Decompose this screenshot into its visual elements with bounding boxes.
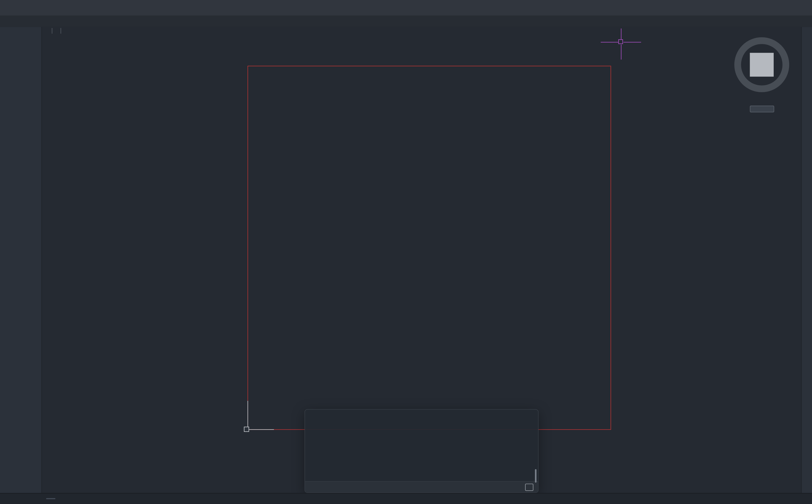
command-options-icon[interactable] <box>525 483 533 491</box>
new-drawing-tab-button[interactable] <box>13 16 24 27</box>
crosshair-line <box>623 42 641 42</box>
top-toolbar <box>0 0 812 16</box>
command-history-scrollbar[interactable] <box>535 469 536 483</box>
command-line-palette[interactable] <box>304 409 539 493</box>
crosshair-pickbox <box>618 39 623 44</box>
ucs-origin-box <box>244 427 249 432</box>
viewcube-top-face[interactable] <box>750 53 774 77</box>
viewport-separator <box>61 28 61 34</box>
status-bar <box>0 493 812 504</box>
crosshair-line <box>621 28 621 39</box>
start-menu-icon[interactable] <box>0 16 13 27</box>
drawing-canvas[interactable] <box>42 27 801 493</box>
viewport-separator <box>52 28 52 34</box>
tool-sets-palette <box>0 27 42 493</box>
crosshair-line <box>601 42 618 42</box>
model-tab[interactable] <box>46 498 55 499</box>
application-window <box>0 0 812 504</box>
viewcube[interactable] <box>734 37 789 92</box>
command-history <box>305 409 538 481</box>
crosshair-line <box>621 44 621 59</box>
command-input-row[interactable] <box>305 481 538 492</box>
autocad-app <box>0 0 812 504</box>
wcs-dropdown[interactable] <box>750 106 774 112</box>
drawing-tab-bar <box>0 16 812 28</box>
drawn-rectangle[interactable] <box>248 66 611 430</box>
right-palette-bar <box>801 27 812 493</box>
viewport-controls <box>48 28 65 34</box>
ucs-y-axis <box>248 401 248 429</box>
ucs-x-axis <box>248 429 274 430</box>
